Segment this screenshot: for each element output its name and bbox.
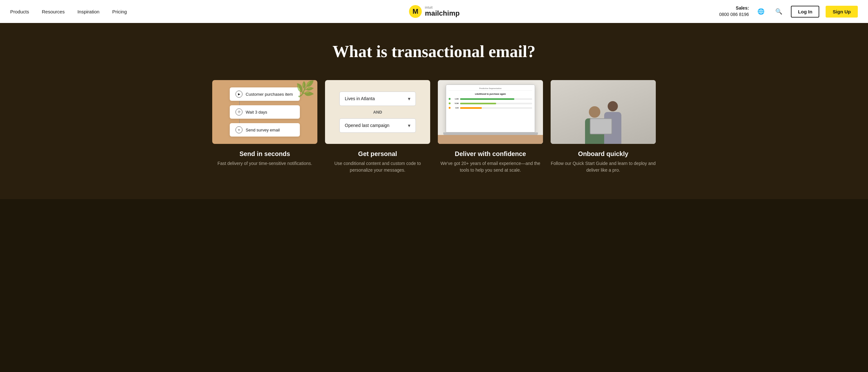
segment-dropdown-1[interactable]: Opened last campaign▾: [339, 118, 416, 133]
analytics-dot: [449, 107, 451, 109]
hero-title: What is transactional email?: [13, 42, 855, 61]
analytics-chart-title: Likelihood to purchase again: [449, 92, 532, 96]
analytics-bar: [460, 107, 482, 109]
logo-intuit-text: intuit: [425, 6, 460, 9]
step-label: Send survey email: [246, 127, 280, 133]
analytics-count: 5.5K: [452, 103, 459, 104]
nav-right: Sales: 0800 086 8196 🌐 🔍 Log In Sign Up: [719, 5, 858, 18]
logo-main-text: mailchimp: [425, 9, 460, 17]
step-item: ≡Send survey email: [230, 123, 300, 137]
login-button[interactable]: Log In: [791, 6, 819, 18]
analytics-dot: [449, 103, 451, 104]
card-title: Onboard quickly: [551, 150, 656, 158]
person-head-2: [608, 101, 618, 111]
analytics-header: Predictive Segmentation: [449, 87, 532, 91]
analytics-count: 11K: [452, 107, 459, 109]
nav-link-products[interactable]: Products: [10, 9, 29, 15]
feature-card-card-1: ▶Customer purchases item⏱Wait 3 days≡Sen…: [212, 80, 317, 174]
card-title: Send in seconds: [212, 150, 317, 158]
step-connector: [239, 119, 240, 123]
plant-decoration: 🌿: [296, 80, 315, 98]
dropdown-label: Opened last campaign: [345, 123, 390, 128]
globe-icon[interactable]: 🌐: [755, 6, 767, 17]
nav-left: ProductsResourcesInspirationPricing: [10, 9, 127, 15]
feature-card-card-4: Onboard quicklyFollow our Quick Start Gu…: [551, 80, 656, 174]
person-head-1: [589, 106, 600, 118]
analytics-row: 5.5K: [449, 102, 532, 105]
analytics-bar: [460, 103, 496, 104]
chevron-down-icon: ▾: [408, 96, 410, 102]
play-icon: ▶: [236, 91, 243, 97]
segment-and-label: AND: [373, 110, 382, 115]
hero-section: What is transactional email? ▶Customer p…: [0, 23, 868, 199]
feature-card-card-2: Lives in Atlanta▾ANDOpened last campaign…: [325, 80, 430, 174]
signup-button[interactable]: Sign Up: [826, 6, 858, 18]
analytics-bar: [460, 98, 514, 100]
card-description: We've got 20+ years of email experience—…: [438, 160, 543, 174]
sales-info: Sales: 0800 086 8196: [719, 5, 749, 18]
sales-phone: 0800 086 8196: [719, 12, 749, 17]
dropdown-label: Lives in Atlanta: [345, 96, 375, 101]
feature-card-card-3: Predictive SegmentationLikelihood to pur…: [438, 80, 543, 174]
step-item: ▶Customer purchases item: [230, 87, 300, 101]
analytics-dot: [449, 98, 451, 100]
svg-text:M: M: [412, 7, 418, 15]
nav-link-pricing[interactable]: Pricing: [112, 9, 127, 15]
laptop-base: [443, 133, 538, 135]
card-title: Get personal: [325, 150, 430, 158]
analytics-row: 1.6K: [449, 97, 532, 101]
nav-link-inspiration[interactable]: Inspiration: [78, 9, 99, 15]
step-item: ⏱Wait 3 days: [230, 105, 300, 119]
analytics-bar-track: [460, 103, 532, 104]
sales-label: Sales:: [736, 5, 749, 10]
analytics-bar-track: [460, 107, 532, 109]
analytics-count: 1.6K: [452, 98, 459, 100]
step-connector: [239, 101, 240, 105]
navigation: ProductsResourcesInspirationPricing M in…: [0, 0, 868, 23]
clock-icon: ⏱: [236, 109, 243, 115]
search-icon[interactable]: 🔍: [773, 6, 784, 17]
step-label: Customer purchases item: [246, 92, 293, 97]
segment-visual: Lives in Atlanta▾ANDOpened last campaign…: [325, 80, 430, 144]
analytics-row: 11K: [449, 106, 532, 109]
site-logo[interactable]: M intuit mailchimp: [408, 4, 460, 19]
analytics-bar-track: [460, 98, 532, 100]
automation-visual: ▶Customer purchases item⏱Wait 3 days≡Sen…: [212, 80, 317, 144]
step-label: Wait 3 days: [246, 110, 267, 115]
chevron-down-icon: ▾: [408, 122, 410, 128]
keyboard-area: [438, 135, 543, 144]
card-description: Fast delivery of your time-sensitive not…: [212, 160, 317, 167]
card-description: Follow our Quick Start Guide and learn t…: [551, 160, 656, 174]
card-description: Use conditional content and custom code …: [325, 160, 430, 174]
chart-icon: ≡: [236, 126, 243, 133]
people-visual: [551, 80, 656, 144]
laptop-prop: [590, 118, 612, 134]
feature-cards: ▶Customer purchases item⏱Wait 3 days≡Sen…: [211, 80, 657, 174]
nav-link-resources[interactable]: Resources: [42, 9, 65, 15]
card-title: Deliver with confidence: [438, 150, 543, 158]
analytics-visual: Predictive SegmentationLikelihood to pur…: [438, 80, 543, 144]
segment-dropdown-0[interactable]: Lives in Atlanta▾: [339, 91, 416, 106]
